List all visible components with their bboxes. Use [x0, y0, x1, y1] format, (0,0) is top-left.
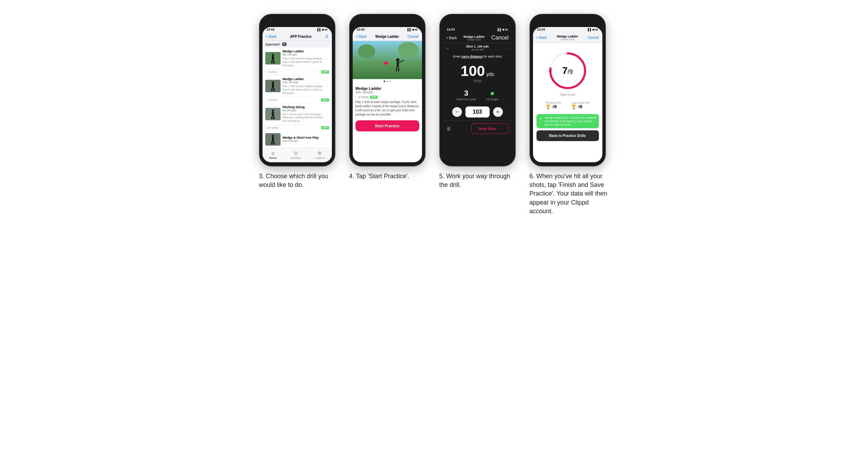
- shot-actions: 🗑 Next Shot →: [443, 120, 512, 137]
- drill-desc-3: Hit 1 shot at each of the 10 target dist…: [283, 113, 324, 123]
- drill-item-3[interactable]: Pitching String 55-100 yds Hit 1 shot at…: [263, 103, 332, 125]
- svg-rect-7: [272, 84, 274, 88]
- svg-point-16: [272, 135, 274, 137]
- drill-item-1[interactable]: Wedge Ladder 50–100 yds Play 1 shot at e…: [263, 47, 332, 69]
- detail-dist-2: 100–140 yds: [355, 90, 382, 94]
- signal-icon-4: ▐▐: [587, 28, 591, 31]
- nav-title-line1-4: Wedge Ladder: [557, 35, 578, 38]
- detail-desc-2: Play 1 shot at each target yardage. If y…: [355, 100, 419, 117]
- shot-target-display: 100 yds Target: [443, 60, 512, 86]
- shot-distance-input[interactable]: [465, 106, 490, 118]
- phone-section-2: 13:02 ▐▐ ◀ 46 < Back Wedge Ladder Cancel: [349, 14, 429, 181]
- drill-info-1: Wedge Ladder 50–100 yds Play 1 shot at e…: [283, 50, 324, 67]
- next-shot-btn[interactable]: Next Shot →: [471, 123, 508, 134]
- phone-screen-2: 13:02 ▐▐ ◀ 46 < Back Wedge Ladder Cancel: [353, 27, 422, 162]
- tab-home-label: Home: [269, 156, 276, 159]
- back-btn-4[interactable]: < Back: [536, 36, 547, 40]
- drill-shots-2: ○ 9 shots: [265, 98, 277, 102]
- drill-item-2[interactable]: Wedge Ladder 100–140 yds Play 1 shot at …: [263, 75, 332, 97]
- drill-info-4: Wedge & Short Iron Play 100-140 yds: [283, 136, 324, 142]
- status-icons-4: ▐▐ ◀ 46: [587, 28, 598, 31]
- wifi-icon: ◀: [321, 28, 324, 31]
- drill-thumb-2: [265, 80, 281, 92]
- start-practice-btn[interactable]: Start Practice: [355, 120, 419, 131]
- hit-target-label: Hit Target: [487, 98, 498, 101]
- back-btn-3[interactable]: < Back: [446, 36, 457, 40]
- star-icon-2[interactable]: ☆: [326, 84, 329, 88]
- star-icon-4[interactable]: ☆: [326, 137, 329, 141]
- prev-shot-arrow[interactable]: ←: [446, 45, 450, 51]
- dot-1: [384, 80, 385, 82]
- success-check-icon: ✓: [539, 116, 543, 121]
- caption-2: 4. Tap 'Start Practice'.: [349, 172, 410, 181]
- tab-home[interactable]: ⌂ Home: [269, 150, 276, 159]
- status-time-4: 13:03: [537, 28, 545, 31]
- phone-notch-3: [464, 18, 491, 26]
- phone-frame-2: 13:02 ▐▐ ◀ 46 < Back Wedge Ladder Cancel: [349, 14, 426, 166]
- drill-name-2: Wedge Ladder: [283, 77, 324, 81]
- score-circle: 7/9: [547, 50, 588, 92]
- status-time-1: 13:02: [267, 28, 275, 31]
- nav-title-center-4: Wedge Ladder 06 Mar 2023: [557, 35, 578, 41]
- drill-desc-1: Play 1 shot at each target yardage. If y…: [283, 57, 324, 67]
- drill-detail-body-2: Wedge Ladder 100–140 yds ☆ ○ 9 shots APP…: [353, 84, 422, 134]
- app-badge-1: APP: [321, 70, 329, 73]
- drill-footer-2: ○ 9 shots APP: [263, 97, 332, 103]
- drill-thumb-3: [265, 108, 281, 120]
- decrement-btn[interactable]: −: [452, 107, 462, 117]
- caption-3: 5. Work your way through the drill.: [439, 172, 516, 189]
- drill-dist-2: 100–140 yds: [283, 81, 324, 84]
- increment-btn[interactable]: +: [493, 107, 503, 117]
- drill-item-4[interactable]: Wedge & Short Iron Play 100-140 yds ☆: [263, 131, 332, 148]
- nav-title-line2-3: 06 Mar 2023: [463, 38, 485, 41]
- pb-label-last-month: Last month PB: [571, 101, 589, 104]
- svg-point-32: [549, 69, 552, 72]
- phone-frame-4: 13:03 ▐▐ ◀ 46 < Back Wedge Ladder 06 Mar…: [530, 14, 606, 166]
- image-dots-2: [353, 79, 422, 84]
- phone-screen-3: 13:03 ▐▐ ◀ 46 < Back Wedge Ladder 06 Mar…: [443, 27, 512, 162]
- back-btn-1[interactable]: < Back: [266, 35, 277, 38]
- pb-box-last-month: Last month PB 🏆 -/9: [571, 101, 589, 109]
- back-to-drills-btn[interactable]: Back to Practice Drills: [536, 130, 599, 141]
- status-bar-2: 13:02 ▐▐ ◀ 46: [353, 27, 422, 33]
- trophy-icon-2: 🏆: [571, 104, 576, 109]
- drill-dist-1: 50–100 yds: [283, 53, 324, 56]
- section-tag-1: Approach 7: [263, 41, 332, 47]
- hit-target-metric: ● Hit Target: [487, 89, 498, 101]
- drill-shots-3: ○ 10 shots: [265, 126, 278, 129]
- difference-label: Difference (yds): [456, 98, 476, 101]
- drill-image-2: [353, 41, 422, 79]
- signal-icon-2: ▐▐: [406, 28, 410, 31]
- svg-point-11: [272, 110, 274, 112]
- detail-name-2: Wedge Ladder: [355, 86, 382, 90]
- cancel-btn-3[interactable]: Cancel: [491, 35, 509, 41]
- tab-capture[interactable]: ⊕ Capture: [315, 150, 325, 159]
- app-badge-3: APP: [321, 126, 329, 129]
- back-btn-2[interactable]: < Back: [356, 35, 367, 38]
- star-icon-detail[interactable]: ☆: [416, 86, 419, 90]
- star-icon-3[interactable]: ☆: [326, 112, 329, 116]
- svg-point-6: [272, 81, 274, 84]
- svg-point-23: [396, 58, 399, 62]
- tab-activities[interactable]: ◎ Activities: [290, 150, 301, 159]
- next-shot-arrow[interactable]: →: [505, 45, 509, 51]
- tab-capture-label: Capture: [315, 156, 325, 159]
- shot-nav-arrows: ← Shot 1, 100 yds Score 5/9 →: [443, 43, 512, 53]
- cancel-btn-2[interactable]: Cancel: [407, 35, 418, 38]
- battery-icon-4: 46: [595, 28, 598, 31]
- cancel-btn-4[interactable]: Cancel: [588, 36, 599, 40]
- svg-point-1: [272, 54, 274, 56]
- close-banner-btn[interactable]: ✕: [594, 115, 597, 119]
- svg-rect-3: [271, 61, 273, 63]
- delete-shot-btn[interactable]: 🗑: [446, 126, 451, 131]
- next-shot-label: Next Shot →: [479, 127, 501, 131]
- svg-rect-9: [273, 88, 275, 91]
- dot-2: [386, 80, 388, 82]
- drill-name-4: Wedge & Short Iron Play: [283, 136, 324, 139]
- nav-title-2: Wedge Ladder: [375, 35, 399, 38]
- score-denominator: /9: [568, 68, 573, 75]
- tab-bar-1: ⌂ Home ◎ Activities ⊕ Capture: [263, 148, 332, 161]
- nav-action-1[interactable]: ☰: [325, 35, 328, 38]
- shot-label: Shot 1, 100 yds: [466, 45, 489, 48]
- star-icon-1[interactable]: ☆: [326, 57, 329, 60]
